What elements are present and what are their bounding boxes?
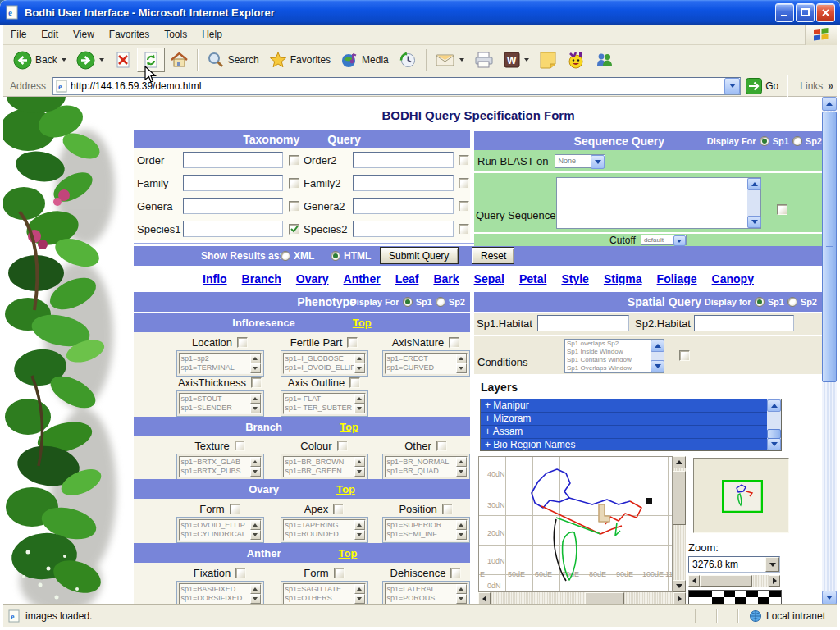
menu-tools[interactable]: Tools (157, 26, 194, 43)
option[interactable]: sp1=BR_GREEN (285, 467, 354, 476)
axis-outline-checkbox[interactable] (349, 377, 360, 388)
fixation-checkbox[interactable] (235, 568, 246, 578)
nav-canopy[interactable]: Canopy (712, 272, 754, 285)
nav-petal[interactable]: Petal (519, 272, 546, 285)
nav-sepal[interactable]: Sepal (474, 272, 504, 285)
address-input[interactable] (69, 80, 724, 93)
dehiscence-checkbox[interactable] (450, 568, 461, 578)
position-listbox[interactable]: sp1=SUPERIOR sp1=SEMI_INF (382, 517, 470, 543)
sequence-sp2-radio[interactable] (792, 136, 802, 146)
list-scrollbar[interactable] (456, 584, 467, 604)
family2-checkbox[interactable] (459, 178, 469, 189)
query-sequence-textarea[interactable] (556, 177, 761, 229)
map-scroll-down[interactable] (673, 580, 686, 592)
xml-radio[interactable] (281, 251, 290, 261)
mail-dropdown-caret[interactable] (459, 58, 464, 62)
nav-leaf[interactable]: Leaf (395, 272, 419, 285)
option[interactable]: sp1=I_OVOID_ELLIP (285, 363, 354, 372)
layer-item[interactable]: + Mizoram (481, 413, 767, 426)
favorites-button[interactable]: Favorites (264, 48, 336, 72)
family2-input[interactable] (353, 175, 454, 191)
option[interactable]: sp1=OVOID_ELLIP (181, 521, 250, 530)
condition-option[interactable]: Sp1 overlaps Sp2 (565, 340, 651, 348)
nav-inflo[interactable]: Inflo (203, 272, 227, 285)
zoom-dropdown-arrow[interactable] (765, 557, 779, 572)
option[interactable]: sp1= TER_SUBTER (285, 404, 354, 413)
option[interactable]: sp1=BASIFIXED (181, 585, 250, 594)
back-button[interactable]: Back (8, 48, 71, 73)
msn-messenger-button[interactable] (590, 48, 619, 72)
option[interactable]: sp1=BR_QUAD (387, 467, 456, 476)
nav-style[interactable]: Style (561, 272, 588, 285)
list-scrollbar[interactable] (354, 457, 365, 477)
genera-checkbox[interactable] (289, 201, 299, 212)
map-vscrollbar[interactable] (673, 456, 686, 592)
search-button[interactable]: Search (202, 48, 264, 72)
menu-file[interactable]: File (3, 26, 34, 43)
sp1-habitat-input[interactable] (537, 315, 629, 331)
option[interactable]: sp1=I_GLOBOSE (285, 354, 354, 363)
spatial-sp2-radio[interactable] (788, 297, 797, 307)
position-checkbox[interactable] (442, 504, 453, 514)
menu-view[interactable]: View (66, 26, 102, 43)
minimize-button[interactable] (775, 3, 794, 22)
menu-edit[interactable]: Edit (34, 26, 66, 43)
conditions-listbox[interactable]: Sp1 overlaps Sp2 Sp1 Inside Window Sp1 C… (564, 339, 664, 373)
stop-button[interactable] (109, 48, 137, 72)
option[interactable]: sp1=STOUT (181, 395, 250, 404)
apex-checkbox[interactable] (333, 504, 344, 514)
html-radio[interactable] (331, 251, 340, 261)
option[interactable]: sp1=CYLINDRICAL (181, 530, 250, 539)
zoom-slider-left[interactable] (688, 575, 700, 587)
zoom-dropdown[interactable]: 3276.8 km (688, 556, 780, 573)
blast-dropdown-arrow[interactable] (591, 155, 605, 169)
species1-input[interactable] (183, 221, 283, 237)
blast-dropdown[interactable]: None (555, 154, 605, 168)
scroll-up-button[interactable] (767, 399, 781, 412)
other-listbox[interactable]: sp1=BR_NORMAL sp1=BR_QUAD (382, 454, 470, 480)
colour-listbox[interactable]: sp1=BR_BROWN sp1=BR_GREEN (281, 454, 368, 480)
species1-checkbox-checked[interactable] (289, 224, 299, 235)
scroll-up-button[interactable] (651, 340, 664, 352)
browser-scrollbar[interactable] (822, 97, 837, 605)
reset-button[interactable]: Reset (472, 247, 514, 264)
form-checkbox[interactable] (230, 504, 240, 514)
option[interactable]: sp1=POROUS (387, 594, 456, 603)
option[interactable]: sp1=LATERAL (387, 585, 456, 594)
condition-option[interactable]: Sp1 Contains Window (565, 356, 651, 364)
fertile-part-checkbox[interactable] (347, 337, 358, 348)
map-canvas[interactable]: 40dN 30dN 20dN 10dN 0dN E 50dE 60dE 70dE… (478, 456, 673, 592)
option[interactable]: sp1=BRTX_PUBS (181, 467, 250, 476)
yahoo-messenger-button[interactable] (562, 48, 590, 72)
phenotype-sp2-radio[interactable] (436, 297, 445, 307)
condition-option[interactable]: Sp1 Overlaps Window (565, 364, 651, 372)
option[interactable]: sp1=ERECT (387, 354, 456, 363)
zoom-slider-right[interactable] (769, 575, 780, 587)
top-link[interactable]: Top (353, 317, 372, 329)
overview-extent-box[interactable] (722, 480, 763, 513)
links-chevron[interactable]: » (828, 80, 833, 92)
zoom-slider[interactable] (688, 575, 780, 587)
list-scrollbar[interactable] (250, 354, 261, 373)
genera2-checkbox[interactable] (459, 201, 469, 212)
submit-query-button[interactable]: Submit Query (380, 247, 459, 264)
list-scrollbar[interactable] (250, 520, 261, 540)
anther-form-listbox[interactable]: sp1=SAGITTATE sp1=OTHERS (281, 581, 368, 605)
other-checkbox[interactable] (436, 441, 447, 451)
nav-foliage[interactable]: Foliage (657, 272, 697, 285)
top-link[interactable]: Top (340, 421, 358, 433)
scroll-down-button[interactable] (747, 216, 761, 228)
genera2-input[interactable] (353, 198, 454, 214)
list-scrollbar[interactable] (250, 584, 261, 604)
phenotype-sp1-radio[interactable] (403, 297, 413, 307)
fertile-part-listbox[interactable]: sp1=I_GLOBOSE sp1=I_OVOID_ELLIP (281, 350, 368, 377)
mail-button[interactable] (431, 48, 469, 71)
edit-with-word-button[interactable]: W (499, 48, 534, 71)
go-button[interactable]: Go (746, 78, 778, 94)
nav-branch[interactable]: Branch (242, 272, 281, 285)
location-checkbox[interactable] (237, 337, 248, 348)
nav-ovary[interactable]: Ovary (296, 272, 329, 285)
menu-help[interactable]: Help (194, 26, 230, 43)
axis-nature-checkbox[interactable] (449, 337, 459, 348)
option[interactable]: sp1=SLENDER (181, 404, 250, 413)
